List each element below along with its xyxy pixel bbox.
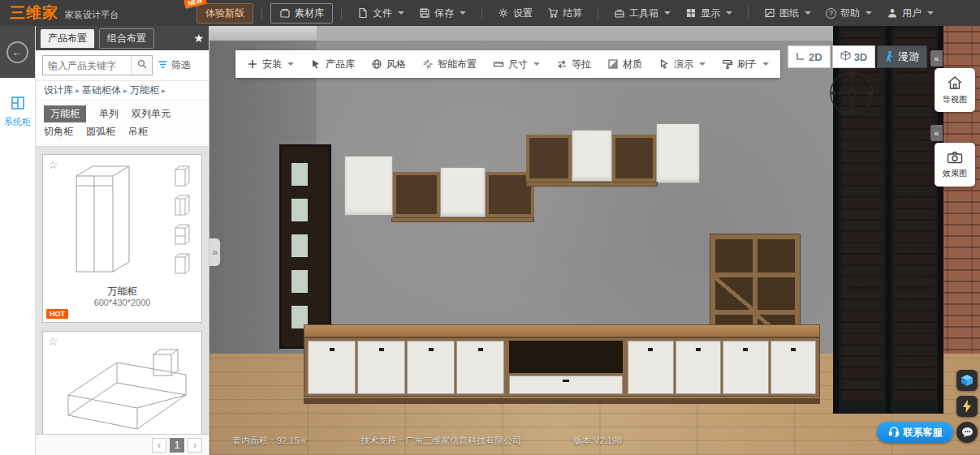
headset-icon: [888, 426, 900, 440]
product-card-universal-cabinet[interactable]: ☆ 万能柜 600*430*20: [42, 154, 202, 323]
page-next-button[interactable]: ›: [188, 438, 202, 453]
tool-smart-layout[interactable]: 智能布置: [414, 50, 485, 78]
view-2d-button[interactable]: 2D: [788, 45, 831, 68]
collapse-render-view-tab[interactable]: «: [930, 125, 943, 141]
page-number[interactable]: 1: [170, 438, 184, 453]
tool-stretch[interactable]: 等拉: [548, 50, 599, 78]
category-arc[interactable]: 圆弧柜: [86, 125, 115, 139]
swap-arrows-icon: [556, 58, 568, 70]
status-tech-support: 技术支持：广东三维家信息科技有限公司: [360, 435, 521, 447]
tool-install-label: 安装: [262, 58, 282, 71]
tool-dimension[interactable]: 尺寸: [485, 50, 548, 78]
search-row: 筛选: [36, 50, 209, 81]
panel-expand-handle[interactable]: »: [209, 238, 220, 266]
bench-body: [304, 337, 820, 397]
bench-doors-left: [308, 341, 504, 394]
category-double-col[interactable]: 双列单元: [132, 107, 171, 121]
breadcrumb-caret-icon: ▸: [162, 86, 166, 95]
page-prev-button[interactable]: ‹: [152, 438, 166, 453]
try-new-version-button[interactable]: NEW 体验新版: [196, 3, 253, 24]
pan-compass-widget[interactable]: [825, 67, 879, 120]
menu-drawings-label: 图纸: [779, 6, 799, 20]
view-3d-button[interactable]: 3D: [832, 45, 876, 68]
file-icon: [357, 7, 369, 19]
brand-subtitle: 家装设计平台: [65, 9, 119, 21]
viewport-canvas[interactable]: 安装 产品库 风格 智能布置 尺寸: [209, 26, 980, 455]
contact-support-button[interactable]: 联系客服: [877, 422, 953, 443]
tab-combo-layout[interactable]: 组合布置: [99, 28, 154, 49]
roam-button[interactable]: 漫游: [877, 45, 927, 68]
tool-stretch-label: 等拉: [572, 58, 591, 71]
chat-button[interactable]: [956, 422, 978, 443]
tool-style[interactable]: 风格: [363, 50, 414, 78]
chevron-down-icon: [726, 11, 732, 15]
render-view-button[interactable]: 效果图: [935, 143, 975, 187]
menu-file-label: 文件: [373, 6, 392, 20]
cube-outline-icon: [840, 50, 851, 63]
wall-cabinet-door: [572, 130, 612, 182]
category-single-col[interactable]: 单列: [99, 107, 119, 121]
tab-product-layout[interactable]: 产品布置: [41, 29, 94, 48]
menu-help-label: 帮助: [840, 6, 860, 20]
brand-name: 三维家: [10, 2, 58, 24]
breadcrumb-basic-cabinet[interactable]: 基础柜体: [82, 84, 121, 97]
chevron-down-icon: [927, 11, 934, 15]
lightning-button[interactable]: [956, 396, 978, 417]
search-button[interactable]: [131, 56, 152, 75]
tool-material[interactable]: 材质: [599, 50, 650, 78]
cube-3d-button[interactable]: [956, 370, 978, 391]
cabinet-shelf: [526, 182, 658, 187]
shelf-cell: [758, 277, 795, 311]
menu-user[interactable]: 用户: [887, 6, 934, 20]
menu-drawings[interactable]: 图纸: [764, 6, 811, 20]
menu-checkout[interactable]: 结算: [547, 6, 582, 20]
tool-demo[interactable]: 演示: [650, 50, 714, 78]
material-library-button[interactable]: 素材库: [270, 3, 333, 24]
nav-view-button[interactable]: 导视图: [935, 68, 975, 112]
category-hanging[interactable]: 吊柜: [128, 125, 148, 139]
menu-help[interactable]: ? 帮助: [826, 6, 872, 20]
divider: [598, 6, 598, 19]
filter-label: 筛选: [171, 58, 191, 72]
tool-install[interactable]: 安装: [239, 50, 302, 78]
camera-icon: [947, 151, 963, 165]
cabinet-door: [723, 341, 769, 394]
cabinet-grid-icon: [11, 96, 25, 113]
search-input[interactable]: [43, 56, 131, 75]
menu-toolbox[interactable]: 工具箱: [614, 6, 671, 20]
collapse-nav-view-tab[interactable]: «: [930, 50, 943, 67]
chevron-down-icon: [398, 11, 404, 15]
tool-product-lib[interactable]: 产品库: [302, 50, 363, 78]
menu-save-label: 保存: [434, 6, 454, 20]
menu-settings[interactable]: 设置: [498, 6, 533, 20]
filter-button[interactable]: 筛选: [158, 58, 191, 72]
toolbox-icon: [614, 7, 625, 19]
rail-top: ←: [0, 26, 35, 78]
category-universal[interactable]: 万能柜: [44, 105, 86, 122]
divider: [748, 6, 749, 19]
material-library-label: 素材库: [295, 6, 324, 20]
menu-save[interactable]: 保存: [419, 6, 466, 20]
breadcrumb-design-lib[interactable]: 设计库: [44, 84, 73, 97]
breadcrumb-universal-cabinet[interactable]: 万能柜: [130, 84, 159, 97]
menu-display[interactable]: 显示: [685, 6, 732, 20]
view-3d-label: 3D: [854, 51, 868, 63]
product-wireframe-image: [56, 338, 194, 434]
new-badge: NEW: [183, 0, 207, 9]
bench-doors-right: [628, 341, 816, 394]
back-button[interactable]: ←: [6, 41, 28, 63]
shelf-cell: [758, 239, 795, 273]
cabinet-door: [357, 341, 405, 394]
wall-cabinet-open: [393, 172, 440, 217]
wall-cabinet-door: [344, 156, 393, 216]
category-corner[interactable]: 切角柜: [44, 125, 73, 139]
cabinet-door: [676, 341, 722, 394]
favorites-star-icon[interactable]: ★: [193, 32, 204, 45]
menu-settings-label: 设置: [513, 6, 533, 20]
sidebar-item-system-cabinet[interactable]: 系统柜: [0, 96, 35, 128]
tool-brush[interactable]: 刷子: [714, 50, 777, 78]
menu-display-label: 显示: [701, 6, 720, 20]
gear-icon: [498, 7, 509, 19]
product-card-partial[interactable]: ☆: [42, 331, 202, 434]
menu-file[interactable]: 文件: [357, 6, 404, 20]
